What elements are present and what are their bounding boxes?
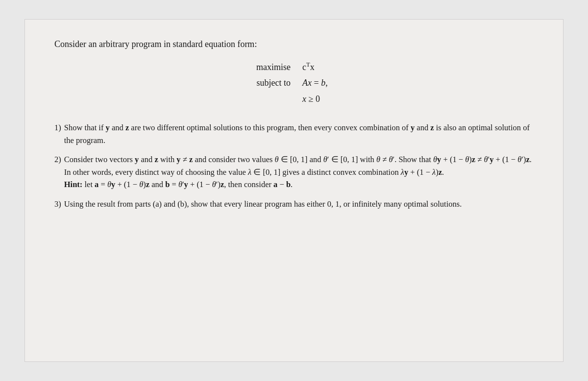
questions-block: 1) Show that if y and z are two differen…	[54, 121, 534, 210]
intro-text: Consider an arbitrary program in standar…	[54, 39, 534, 49]
question-3: 3) Using the result from parts (a) and (…	[54, 198, 534, 211]
question-1-body: Show that if y and z are two different o…	[64, 121, 534, 146]
maximise-expr: cTx	[302, 59, 342, 75]
question-2-number: 2)	[54, 153, 61, 166]
question-2: 2) Consider two vectors y and z with y ≠…	[54, 153, 534, 191]
question-1-text: Show that if y and z are two different o…	[64, 121, 534, 146]
question-2-hint: Hint: let a = θy + (1 − θ)z and b = θ′y …	[64, 178, 534, 191]
subject-to-row: subject to Ax = b,	[54, 75, 534, 91]
constraint2-row: x ≥ 0	[54, 91, 534, 107]
page-container: Consider an arbitrary program in standar…	[24, 19, 564, 362]
program-block: maximise cTx subject to Ax = b, x ≥ 0	[54, 59, 534, 107]
question-3-number: 3)	[54, 198, 61, 211]
question-2-text-main: Consider two vectors y and z with y ≠ z …	[64, 153, 534, 178]
maximise-row: maximise cTx	[54, 59, 534, 75]
question-3-text: Using the result from parts (a) and (b),…	[64, 198, 534, 211]
question-3-body: Using the result from parts (a) and (b),…	[64, 198, 534, 211]
constraint1-expr: Ax = b,	[302, 75, 342, 91]
question-1-number: 1)	[54, 121, 61, 134]
question-2-body: Consider two vectors y and z with y ≠ z …	[64, 153, 534, 191]
question-1: 1) Show that if y and z are two differen…	[54, 121, 534, 146]
constraint2-expr: x ≥ 0	[302, 91, 342, 107]
maximise-label: maximise	[246, 59, 291, 75]
subject-to-label: subject to	[246, 75, 291, 91]
